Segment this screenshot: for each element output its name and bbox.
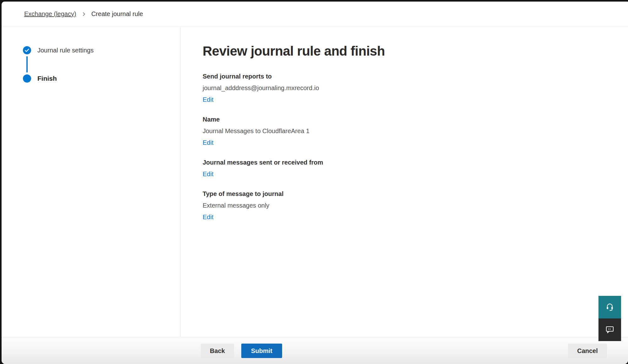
help-support-button[interactable] [598, 296, 621, 318]
breadcrumb-create-journal-rule: Create journal rule [91, 10, 143, 18]
section-label: Name [203, 115, 628, 123]
chat-feedback-icon [605, 325, 614, 335]
step-label-journal-rule-settings: Journal rule settings [37, 47, 94, 54]
edit-message-type-link[interactable]: Edit [203, 213, 213, 221]
content-area: Journal rule settings Finish Review jour… [2, 27, 628, 337]
step-label-finish: Finish [37, 75, 57, 82]
cancel-button[interactable]: Cancel [568, 344, 607, 358]
edit-scope-link[interactable]: Edit [203, 170, 213, 178]
step-completed-check-icon [23, 46, 31, 54]
section-type-of-message: Type of message to journal External mess… [203, 190, 628, 221]
breadcrumb: Exchange (legacy) Create journal rule [2, 2, 628, 27]
floating-button-stack [598, 296, 621, 341]
journal-report-address-value: journal_adddress@journaling.mxrecord.io [203, 84, 628, 92]
section-label: Send journal reports to [203, 72, 628, 80]
back-button[interactable]: Back [201, 344, 234, 358]
section-journal-messages-sent-or-received: Journal messages sent or received from E… [203, 158, 628, 178]
step-connector-line [26, 56, 28, 73]
step-journal-rule-settings[interactable]: Journal rule settings [23, 46, 180, 54]
feedback-button[interactable] [598, 318, 621, 341]
step-finish[interactable]: Finish [23, 74, 180, 83]
submit-button[interactable]: Submit [241, 344, 282, 358]
rule-name-value: Journal Messages to CloudflareArea 1 [203, 127, 628, 135]
page-title: Review journal rule and finish [203, 43, 628, 60]
chevron-right-icon [81, 12, 86, 17]
section-label: Type of message to journal [203, 190, 628, 198]
review-pane: Review journal rule and finish Send jour… [181, 27, 628, 337]
message-type-value: External messages only [203, 201, 628, 209]
wizard-steps-panel: Journal rule settings Finish [2, 27, 181, 337]
breadcrumb-exchange-legacy-link[interactable]: Exchange (legacy) [24, 10, 76, 18]
section-send-journal-reports-to: Send journal reports to journal_adddress… [203, 72, 628, 104]
edit-name-link[interactable]: Edit [203, 139, 213, 147]
section-name: Name Journal Messages to CloudflareArea … [203, 115, 628, 147]
exchange-admin-window: Exchange (legacy) Create journal rule Jo… [2, 2, 628, 364]
step-current-dot-icon [23, 74, 31, 83]
wizard-footer: Back Submit Cancel [2, 337, 628, 364]
edit-send-reports-link[interactable]: Edit [203, 95, 213, 104]
section-label: Journal messages sent or received from [203, 158, 628, 166]
headset-icon [605, 302, 614, 312]
